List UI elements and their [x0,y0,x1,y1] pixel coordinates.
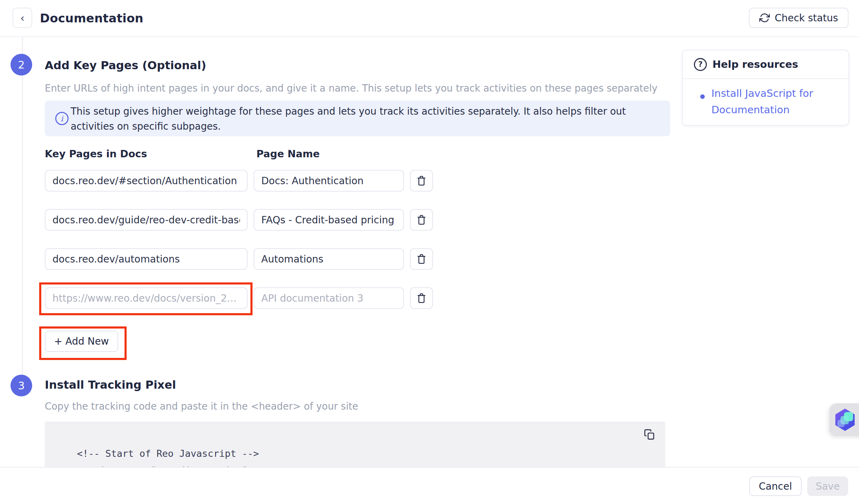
copy-code-button[interactable] [641,426,658,442]
delete-row-button[interactable] [410,248,433,270]
floating-brand-button[interactable] [830,403,859,436]
top-bar: ‹ Documentation Check status [0,0,859,37]
column-header-key-pages: Key Pages in Docs [45,148,147,160]
step-2-subtitle: Enter URLs of high intent pages in your … [45,82,658,94]
question-glyph: ? [698,60,702,69]
info-icon-glyph: i [61,114,63,123]
help-resources-card: ? Help resources Install JavaScript for … [682,50,849,126]
page-name-input[interactable] [254,170,404,192]
step-2-number: 2 [18,59,24,71]
key-page-url-input[interactable] [45,248,248,270]
page-name-input[interactable] [254,287,404,309]
save-button: Save [807,476,848,496]
key-page-url-input[interactable] [45,287,248,309]
step-connector-line [22,37,23,375]
add-new-label: + Add New [54,336,109,347]
info-banner: i This setup gives higher weightage for … [45,101,670,136]
trash-icon [416,215,427,225]
trash-icon [416,175,427,186]
copy-icon [644,429,655,440]
info-icon: i [55,112,69,125]
check-status-label: Check status [775,12,838,24]
step-2-title: Add Key Pages (Optional) [45,59,206,72]
code-line: <!-- Start of Reo Javascript --> [77,448,259,459]
step-3-title: Install Tracking Pixel [45,378,176,391]
back-button[interactable]: ‹ [13,8,32,28]
trash-icon [416,293,427,303]
help-resources-title: Help resources [712,58,798,70]
step-3-badge: 3 [10,375,32,396]
add-new-button[interactable]: + Add New [45,331,118,352]
key-page-url-input[interactable] [45,170,248,192]
tracking-code-block: <!-- Start of Reo Javascript --> <script… [45,422,665,468]
column-header-page-name: Page Name [256,148,320,160]
info-banner-text: This setup gives higher weightage for th… [71,104,656,134]
delete-row-button[interactable] [410,170,433,192]
step-3-number: 3 [18,380,24,392]
step-3-subtitle: Copy the tracking code and paste it in t… [45,401,358,412]
step-2-badge: 2 [10,54,32,75]
check-status-button[interactable]: Check status [749,8,849,28]
question-circle-icon: ? [694,58,707,71]
delete-row-button[interactable] [410,209,433,231]
footer-bar: Cancel Save [0,467,859,504]
cancel-button[interactable]: Cancel [749,476,802,496]
help-resources-header: ? Help resources [683,50,849,78]
delete-row-button[interactable] [410,287,433,309]
divider [683,78,849,79]
key-page-url-input[interactable] [45,209,248,231]
bullet-dot [700,94,705,99]
refresh-icon [759,13,770,23]
reo-logo-icon [835,409,856,431]
install-javascript-link[interactable]: Install JavaScript for Documentation [711,85,838,118]
documentation-setup-page: ‹ Documentation Check status 2 3 Add Key… [0,0,859,504]
trash-icon [416,254,427,264]
page-title: Documentation [40,0,143,36]
page-name-input[interactable] [254,248,404,270]
chevron-left-icon: ‹ [20,12,24,24]
logo-pane [837,420,845,427]
page-name-input[interactable] [254,209,404,231]
